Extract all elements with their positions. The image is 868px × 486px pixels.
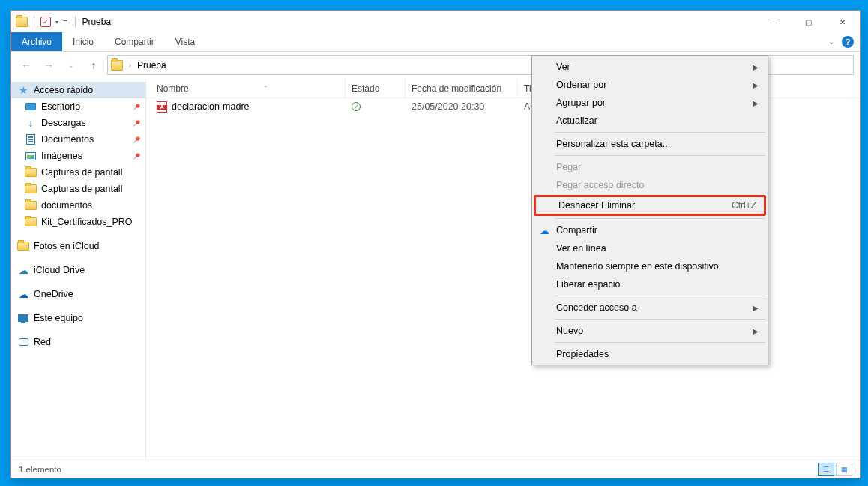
status-bar: 1 elemento ☰ ▦ — [11, 460, 860, 478]
cm-shortcut: Ctrl+Z — [732, 200, 756, 211]
help-icon[interactable]: ? — [842, 36, 854, 48]
this-pc-icon — [18, 314, 28, 322]
tab-file[interactable]: Archivo — [11, 32, 62, 51]
sort-indicator-icon: ⌃ — [263, 85, 268, 92]
sidebar-item-label: Imágenes — [41, 151, 82, 161]
breadcrumb-sep-icon: › — [129, 62, 131, 69]
sidebar-item-label: Acceso rápido — [34, 85, 93, 95]
documents-icon — [26, 134, 35, 145]
desktop-icon — [25, 103, 36, 110]
sidebar-this-pc[interactable]: Este equipo — [11, 310, 145, 326]
folder-icon — [25, 218, 37, 226]
column-status[interactable]: Estado — [346, 79, 406, 98]
sidebar-documents[interactable]: Documentos 📍 — [11, 131, 145, 148]
onedrive-icon: ☁ — [17, 289, 29, 299]
cm-separator — [555, 342, 765, 343]
cm-view[interactable]: Ver▶ — [534, 58, 766, 76]
sidebar-item-label: Kit_Certificados_PRO — [41, 217, 133, 227]
sidebar-item-label: Documentos — [41, 134, 94, 145]
submenu-arrow-icon: ▶ — [753, 327, 759, 335]
address-folder-icon — [111, 60, 123, 70]
sidebar-item-label: Red — [34, 337, 51, 347]
nav-recent-dropdown[interactable]: ⌄ — [62, 56, 80, 74]
folder-icon — [17, 242, 29, 250]
window-folder-icon — [16, 16, 28, 27]
ribbon-expand-icon[interactable]: ⌄ — [828, 38, 834, 46]
sidebar-kit-certificados[interactable]: Kit_Certificados_PRO — [11, 214, 145, 230]
column-name[interactable]: Nombre⌃ — [151, 79, 346, 98]
sidebar-pictures[interactable]: Imágenes 📍 — [11, 148, 145, 164]
cm-share[interactable]: ☁Compartir — [534, 221, 766, 239]
qat-dropdown-icon[interactable]: ▾ — [55, 19, 58, 26]
view-details-button[interactable]: ☰ — [818, 463, 834, 476]
column-modified[interactable]: Fecha de modificación — [406, 79, 518, 98]
sidebar-item-label: Capturas de pantall — [41, 167, 122, 178]
sidebar-network[interactable]: Red — [11, 334, 145, 350]
file-name: declaracion-madre — [172, 101, 250, 112]
window-title: Prueba — [82, 16, 111, 27]
cm-sort[interactable]: Ordenar por▶ — [534, 76, 766, 94]
sidebar-item-label: documentos — [41, 200, 92, 211]
sidebar-onedrive[interactable]: ☁ OneDrive — [11, 286, 145, 302]
nav-back-button[interactable]: ← — [17, 56, 35, 74]
sidebar-desktop[interactable]: Escritorio 📍 — [11, 98, 145, 115]
cm-free-space[interactable]: Liberar espacio — [534, 275, 766, 293]
qat-properties-icon[interactable]: ✓ — [40, 16, 51, 27]
pin-icon: 📍 — [130, 150, 142, 162]
cm-give-access[interactable]: Conceder acceso a▶ — [534, 298, 766, 316]
breadcrumb-current[interactable]: Prueba — [137, 60, 166, 70]
cm-undo-delete[interactable]: Deshacer Eliminar Ctrl+Z — [536, 197, 764, 214]
submenu-arrow-icon: ▶ — [753, 63, 759, 71]
cm-new[interactable]: Nuevo▶ — [534, 322, 766, 340]
view-icons-button[interactable]: ▦ — [836, 463, 852, 476]
cm-separator — [555, 296, 765, 296]
sidebar-item-label: iCloud Drive — [34, 265, 85, 275]
file-modified: 25/05/2020 20:30 — [412, 101, 484, 112]
close-button[interactable]: ✕ — [825, 11, 860, 32]
downloads-icon: ↓ — [25, 118, 37, 128]
cm-customize-folder[interactable]: Personalizar esta carpeta... — [534, 135, 766, 153]
sidebar-captures-1[interactable]: Capturas de pantall — [11, 164, 145, 181]
cm-view-online[interactable]: Ver en línea — [534, 239, 766, 257]
pdf-icon — [157, 101, 167, 112]
qat-customize-icon[interactable]: = — [63, 17, 67, 26]
cm-separator — [555, 319, 765, 320]
folder-icon — [25, 168, 37, 177]
cm-refresh[interactable]: Actualizar — [534, 112, 766, 130]
sidebar-icloud-drive[interactable]: ☁ iCloud Drive — [11, 262, 145, 278]
pin-icon: 📍 — [130, 100, 142, 112]
pin-icon: 📍 — [130, 134, 142, 146]
sidebar-item-label: OneDrive — [34, 289, 73, 299]
submenu-arrow-icon: ▶ — [753, 99, 759, 107]
cm-always-keep[interactable]: Mantenerlo siempre en este dispositivo — [534, 257, 766, 275]
sidebar-documentos-folder[interactable]: documentos — [11, 197, 145, 214]
tab-view[interactable]: Vista — [165, 32, 205, 51]
nav-forward-button[interactable]: → — [40, 56, 58, 74]
pictures-icon — [25, 152, 36, 160]
sync-ok-icon: ✓ — [352, 102, 361, 111]
cm-separator — [555, 218, 765, 219]
submenu-arrow-icon: ▶ — [753, 81, 759, 89]
titlebar: ✓ ▾ = Prueba — ▢ ✕ — [11, 11, 860, 32]
cm-properties[interactable]: Propiedades — [534, 345, 766, 363]
qat-separator-2 — [75, 16, 76, 28]
sidebar-captures-2[interactable]: Capturas de pantall — [11, 181, 145, 197]
sidebar-quick-access[interactable]: ★ Acceso rápido — [11, 82, 145, 98]
navigation-pane: ★ Acceso rápido Escritorio 📍 ↓ Descargas… — [11, 79, 146, 460]
cm-separator — [555, 132, 765, 133]
minimize-button[interactable]: — — [756, 11, 791, 32]
tab-home[interactable]: Inicio — [62, 32, 104, 51]
status-item-count: 1 elemento — [19, 465, 61, 474]
network-icon — [19, 338, 28, 346]
sidebar-icloud-photos[interactable]: Fotos en iCloud — [11, 238, 145, 254]
nav-up-button[interactable]: ↑ — [85, 56, 103, 74]
maximize-button[interactable]: ▢ — [791, 11, 825, 32]
sidebar-item-label: Descargas — [41, 118, 86, 128]
sidebar-item-label: Capturas de pantall — [41, 184, 122, 194]
cm-group[interactable]: Agrupar por▶ — [534, 94, 766, 112]
tab-share[interactable]: Compartir — [104, 32, 165, 51]
sidebar-downloads[interactable]: ↓ Descargas 📍 — [11, 115, 145, 131]
sidebar-item-label: Fotos en iCloud — [34, 241, 100, 251]
icloud-icon: ☁ — [17, 265, 29, 275]
pin-icon: 📍 — [130, 117, 142, 129]
